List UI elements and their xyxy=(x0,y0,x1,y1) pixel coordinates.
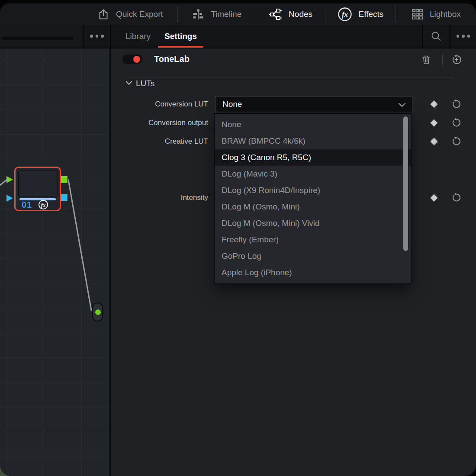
left-panel-options-button[interactable] xyxy=(84,25,110,48)
dropdown-option[interactable]: Apple Log (iPhone) xyxy=(215,264,411,281)
dropdown-option[interactable]: DLog (Mavic 3) xyxy=(215,166,411,182)
dropdown-option-label: Clog 3 (Canon R5, R5C) xyxy=(222,153,311,162)
nodes-button[interactable]: Nodes xyxy=(256,3,325,25)
quick-export-label: Quick Export xyxy=(116,10,163,19)
tab-library[interactable]: Library xyxy=(119,25,158,48)
ellipsis-icon xyxy=(457,35,460,38)
panel-scroll-handle[interactable] xyxy=(2,37,74,40)
node-wires xyxy=(0,48,109,476)
row-label: Intensity xyxy=(112,193,208,202)
chevron-down-icon xyxy=(398,103,406,107)
ellipsis-icon xyxy=(90,35,93,38)
quick-export-icon xyxy=(97,8,110,21)
ellipsis-icon xyxy=(101,35,104,38)
dropdown-option-label: DLog M (Osmo, Mini) Vivid xyxy=(222,219,320,228)
toggle-knob xyxy=(133,56,140,63)
top-toolbar: Quick Export Timeline xyxy=(0,3,476,25)
dropdown-option-label: GoPro Log xyxy=(222,251,261,261)
chevron-down-icon[interactable] xyxy=(125,80,132,86)
clip-node[interactable]: 01 fx xyxy=(14,167,61,211)
output-node-connector xyxy=(95,309,101,315)
tab-library-label: Library xyxy=(125,32,151,41)
conversion-lut-select[interactable]: None xyxy=(215,96,412,112)
dropdown-option[interactable]: BRAW (BMPCC 4k/6k) xyxy=(215,133,411,149)
node-fx-badge-icon: fx xyxy=(38,199,48,210)
lightbox-button[interactable]: Lightbox xyxy=(396,3,476,25)
ellipsis-icon xyxy=(462,35,465,38)
toolbar-spacer xyxy=(0,3,83,25)
lut-dropdown-popup: None BRAW (BMPCC 4k/6k) Clog 3 (Canon R5… xyxy=(214,113,412,284)
setting-row-conversion-lut: Conversion LUT None xyxy=(112,95,476,113)
left-panel-header xyxy=(0,25,83,48)
effects-fx-glyph: fx xyxy=(342,10,348,19)
node-output-key-connector[interactable] xyxy=(60,194,68,201)
timeline-label: Timeline xyxy=(211,10,241,19)
dropdown-scrollbar[interactable] xyxy=(403,116,408,251)
settings-panel: ToneLab LUTs Conversion LUT xyxy=(111,48,476,476)
node-number-label: 01 xyxy=(22,200,32,210)
lightbox-label: Lightbox xyxy=(430,10,461,19)
effects-fx-icon: fx xyxy=(337,6,353,22)
row-label: Conversion output xyxy=(112,119,208,127)
quick-export-button[interactable]: Quick Export xyxy=(83,3,177,25)
search-icon xyxy=(430,30,442,42)
dropdown-option-label: DLog (X9 Ronin4D/Inspire) xyxy=(222,186,320,195)
effects-label: Effects xyxy=(359,10,384,19)
dropdown-option-label: Apple Log (iPhone) xyxy=(222,268,292,277)
section-title: LUTs xyxy=(136,79,154,88)
reset-icon[interactable] xyxy=(451,117,462,128)
row-label: Creative LUT xyxy=(112,137,208,146)
node-output-rgb-connector[interactable] xyxy=(60,176,68,183)
dropdown-option-list: None BRAW (BMPCC 4k/6k) Clog 3 (Canon R5… xyxy=(215,116,411,281)
dropdown-option-label: BRAW (BMPCC 4k/6k) xyxy=(222,136,306,146)
nodes-label: Nodes xyxy=(289,10,312,19)
row-label: Conversion LUT xyxy=(112,100,208,109)
ellipsis-icon xyxy=(96,35,99,38)
node-input-key-connector[interactable] xyxy=(6,195,13,202)
dropdown-option-label: None xyxy=(222,120,241,129)
panel-options-button[interactable] xyxy=(450,25,476,48)
keyframe-diamond-icon[interactable] xyxy=(430,100,438,109)
search-button[interactable] xyxy=(423,25,450,48)
section-divider xyxy=(127,77,452,77)
panel-tabs: Library Settings xyxy=(111,25,204,48)
tab-settings[interactable]: Settings xyxy=(158,25,204,48)
header-divider xyxy=(442,55,443,65)
ellipsis-icon xyxy=(467,35,470,38)
dropdown-option-label: DLog (Mavic 3) xyxy=(222,169,277,179)
new-version-icon[interactable] xyxy=(451,54,462,65)
clip-thumbnail xyxy=(18,170,58,196)
nodes-icon xyxy=(269,8,283,21)
node-fx-glyph: fx xyxy=(41,202,45,208)
dropdown-option[interactable]: None xyxy=(215,116,411,133)
dropdown-option[interactable]: DLog M (Osmo, Mini) Vivid xyxy=(215,215,411,232)
trash-icon[interactable] xyxy=(421,55,431,65)
lightbox-grid-icon xyxy=(411,8,424,21)
reset-icon[interactable] xyxy=(451,99,462,109)
dropdown-option-label: Freefly (Ember) xyxy=(222,235,279,244)
reset-icon[interactable] xyxy=(451,136,462,146)
effects-button[interactable]: fx Effects xyxy=(325,3,395,25)
select-value: None xyxy=(222,100,242,109)
node-graph-panel[interactable]: 01 fx xyxy=(0,48,111,476)
reset-icon[interactable] xyxy=(451,192,462,203)
dropdown-option[interactable]: Freefly (Ember) xyxy=(215,232,411,248)
output-node[interactable] xyxy=(92,302,103,322)
dropdown-option-label: DLog M (Osmo, Mini) xyxy=(222,202,300,212)
keyframe-diamond-icon[interactable] xyxy=(430,137,438,146)
dropdown-option[interactable]: DLog M (Osmo, Mini) xyxy=(215,199,411,215)
app-window: Quick Export Timeline xyxy=(0,0,476,476)
node-input-rgb-connector[interactable] xyxy=(6,176,13,183)
dropdown-option[interactable]: Clog 3 (Canon R5, R5C) xyxy=(215,149,411,166)
panel-tab-bar: Library Settings xyxy=(0,25,476,48)
tab-settings-label: Settings xyxy=(164,32,197,41)
timeline-button[interactable]: Timeline xyxy=(178,3,256,25)
effect-enable-toggle[interactable] xyxy=(122,55,142,64)
keyframe-diamond-icon[interactable] xyxy=(430,119,438,127)
keyframe-diamond-icon[interactable] xyxy=(430,193,438,202)
dropdown-option[interactable]: DLog (X9 Ronin4D/Inspire) xyxy=(215,182,411,199)
dropdown-option[interactable]: GoPro Log xyxy=(215,248,411,264)
timeline-icon xyxy=(192,8,205,21)
effect-title: ToneLab xyxy=(154,54,190,64)
